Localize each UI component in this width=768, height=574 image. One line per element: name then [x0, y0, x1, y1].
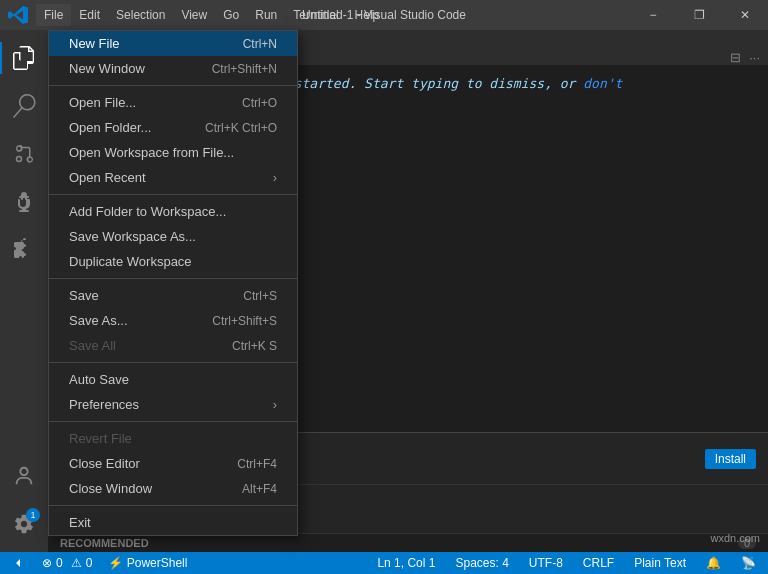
revert-file-menu-item: Revert File [49, 426, 297, 451]
selection-menu-item[interactable]: Selection [108, 4, 173, 26]
preferences-label: Preferences [69, 397, 139, 412]
new-window-shortcut: Ctrl+Shift+N [212, 62, 277, 76]
open-workspace-label: Open Workspace from File... [69, 145, 234, 160]
separator-1 [49, 85, 297, 86]
new-window-menu-item[interactable]: New Window Ctrl+Shift+N [49, 56, 297, 81]
title-bar: File Edit Selection View Go Run Terminal… [0, 0, 768, 30]
open-recent-label: Open Recent [69, 170, 146, 185]
close-button[interactable]: ✕ [722, 0, 768, 30]
open-folder-label: Open Folder... [69, 120, 151, 135]
exit-label: Exit [69, 515, 91, 530]
window-title: Untitled-1 - Visual Studio Code [302, 8, 466, 22]
save-menu-item[interactable]: Save Ctrl+S [49, 283, 297, 308]
auto-save-label: Auto Save [69, 372, 129, 387]
preferences-arrow-icon: › [273, 397, 277, 412]
open-file-shortcut: Ctrl+O [242, 96, 277, 110]
revert-file-label: Revert File [69, 431, 132, 446]
maximize-button[interactable]: ❐ [676, 0, 722, 30]
separator-6 [49, 505, 297, 506]
open-folder-shortcut: Ctrl+K Ctrl+O [205, 121, 277, 135]
open-folder-menu-item[interactable]: Open Folder... Ctrl+K Ctrl+O [49, 115, 297, 140]
new-file-shortcut: Ctrl+N [243, 37, 277, 51]
separator-3 [49, 278, 297, 279]
save-all-menu-item: Save All Ctrl+K S [49, 333, 297, 358]
new-file-label: New File [69, 36, 120, 51]
close-editor-label: Close Editor [69, 456, 140, 471]
run-menu-item[interactable]: Run [247, 4, 285, 26]
open-workspace-menu-item[interactable]: Open Workspace from File... [49, 140, 297, 165]
duplicate-workspace-menu-item[interactable]: Duplicate Workspace [49, 249, 297, 274]
save-shortcut: Ctrl+S [243, 289, 277, 303]
save-all-label: Save All [69, 338, 116, 353]
preferences-menu-item[interactable]: Preferences › [49, 392, 297, 417]
file-menu-item[interactable]: File [36, 4, 71, 26]
add-folder-label: Add Folder to Workspace... [69, 204, 226, 219]
view-menu-item[interactable]: View [173, 4, 215, 26]
open-recent-menu-item[interactable]: Open Recent › [49, 165, 297, 190]
close-window-label: Close Window [69, 481, 152, 496]
close-editor-menu-item[interactable]: Close Editor Ctrl+F4 [49, 451, 297, 476]
go-menu-item[interactable]: Go [215, 4, 247, 26]
file-menu: New File Ctrl+N New Window Ctrl+Shift+N … [48, 30, 298, 536]
separator-5 [49, 421, 297, 422]
duplicate-workspace-label: Duplicate Workspace [69, 254, 192, 269]
exit-menu-item[interactable]: Exit [49, 510, 297, 535]
menu-overlay[interactable]: New File Ctrl+N New Window Ctrl+Shift+N … [0, 30, 768, 574]
new-file-menu-item[interactable]: New File Ctrl+N [49, 31, 297, 56]
save-label: Save [69, 288, 99, 303]
auto-save-menu-item[interactable]: Auto Save [49, 367, 297, 392]
close-window-menu-item[interactable]: Close Window Alt+F4 [49, 476, 297, 501]
save-as-menu-item[interactable]: Save As... Ctrl+Shift+S [49, 308, 297, 333]
separator-4 [49, 362, 297, 363]
close-editor-shortcut: Ctrl+F4 [237, 457, 277, 471]
save-as-label: Save As... [69, 313, 128, 328]
save-workspace-as-menu-item[interactable]: Save Workspace As... [49, 224, 297, 249]
save-workspace-as-label: Save Workspace As... [69, 229, 196, 244]
window-controls: − ❐ ✕ [630, 0, 768, 30]
add-folder-menu-item[interactable]: Add Folder to Workspace... [49, 199, 297, 224]
save-all-shortcut: Ctrl+K S [232, 339, 277, 353]
save-as-shortcut: Ctrl+Shift+S [212, 314, 277, 328]
open-file-menu-item[interactable]: Open File... Ctrl+O [49, 90, 297, 115]
edit-menu-item[interactable]: Edit [71, 4, 108, 26]
vscode-logo-icon [8, 5, 28, 25]
minimize-button[interactable]: − [630, 0, 676, 30]
open-file-label: Open File... [69, 95, 136, 110]
separator-2 [49, 194, 297, 195]
new-window-label: New Window [69, 61, 145, 76]
close-window-shortcut: Alt+F4 [242, 482, 277, 496]
open-recent-arrow-icon: › [273, 170, 277, 185]
